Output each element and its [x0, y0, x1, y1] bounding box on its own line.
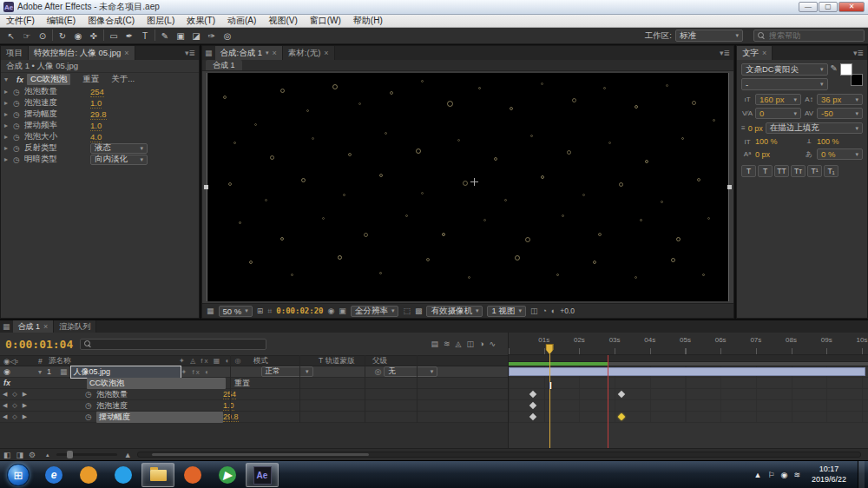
tray-icon[interactable]: ≋: [793, 471, 800, 479]
property-dropdown[interactable]: 向内淡化▾: [90, 155, 148, 165]
type-tool-icon[interactable]: T: [137, 30, 153, 43]
magnification-select[interactable]: 50 %▾: [219, 306, 253, 317]
keyframe-navigator[interactable]: ◀ ◇ ▶: [0, 413, 30, 420]
reset-effect-link[interactable]: 重置: [82, 74, 99, 85]
timeline-zoom-slider[interactable]: [56, 453, 117, 456]
layer-row[interactable]: ◉ ▾ 1 ▦ 人像05.jpg ✦ fx ◐ 正常▾ ◎ 无▾: [0, 366, 508, 378]
comp-right-handle[interactable]: [727, 185, 732, 189]
keyframe-diamond[interactable]: [529, 391, 536, 398]
stopwatch-icon[interactable]: ◷: [13, 155, 24, 164]
start-button[interactable]: ⊞: [7, 464, 30, 486]
keyframe-diamond[interactable]: [618, 413, 625, 420]
menu-item[interactable]: 窗口(W): [304, 15, 347, 27]
transparency-grid-icon[interactable]: ▩: [415, 307, 423, 315]
selection-tool-icon[interactable]: ↖: [3, 30, 19, 43]
menu-item[interactable]: 动画(A): [221, 15, 262, 27]
stopwatch-icon[interactable]: ◷: [85, 390, 96, 399]
timeline-search-input[interactable]: [95, 340, 262, 348]
text-style-button[interactable]: TT: [774, 165, 789, 177]
stroke-option-select[interactable]: 在描边上填充▾: [766, 122, 863, 134]
mask-shape-tool-icon[interactable]: ▭: [106, 30, 122, 43]
always-preview-icon[interactable]: ▦: [207, 307, 214, 315]
pan-behind-tool-icon[interactable]: ✜: [86, 30, 102, 43]
comp-marker-line[interactable]: [608, 355, 608, 448]
time-ruler[interactable]: 01s02s03s04s05s06s07s08s09s10s: [509, 333, 868, 355]
timeline-search[interactable]: [80, 339, 266, 350]
puppet-pin-tool-icon[interactable]: ◎: [220, 30, 235, 43]
motion-blur-icon[interactable]: ◑: [479, 340, 483, 348]
tab-project[interactable]: 项目: [1, 46, 29, 60]
layer-switches[interactable]: ✦ fx ◐: [181, 368, 261, 376]
expand-transfer-controls-icon[interactable]: ◨: [16, 451, 24, 459]
composition-frame[interactable]: [207, 73, 729, 301]
layer-name[interactable]: 人像05.jpg: [70, 366, 181, 379]
unified-camera-tool-icon[interactable]: ◉: [70, 30, 86, 43]
taskbar-media-player[interactable]: ▶: [211, 463, 244, 487]
property-track-lane[interactable]: [509, 412, 868, 423]
stopwatch-icon[interactable]: ◷: [13, 144, 24, 153]
tab-footage[interactable]: 素材:(无) ×: [283, 46, 335, 60]
layer-track-lane[interactable]: [509, 366, 868, 378]
fill-stroke-swatches[interactable]: [840, 63, 863, 86]
viewer-timecode[interactable]: 0:00:02:20: [276, 307, 323, 315]
twirl-icon[interactable]: ▸: [4, 122, 13, 129]
fast-preview-icon[interactable]: ◔: [542, 307, 546, 315]
about-effect-link[interactable]: 关于...: [111, 74, 135, 85]
viewer-comp-subtab[interactable]: 合成 1: [206, 60, 242, 70]
clone-stamp-tool-icon[interactable]: ▣: [173, 30, 188, 43]
keyframe-navigator[interactable]: ◀ ◇ ▶: [0, 391, 30, 398]
parent-select[interactable]: 无▾: [384, 366, 437, 377]
stroke-width-value[interactable]: 0 px: [748, 124, 763, 133]
mini-flowchart-icon[interactable]: ▤: [431, 340, 439, 348]
keyframe-diamond[interactable]: [529, 413, 536, 420]
property-track-lane[interactable]: [509, 378, 868, 389]
stopwatch-icon[interactable]: ◷: [13, 110, 24, 119]
taskbar-qq[interactable]: [107, 463, 140, 487]
tray-icon[interactable]: ⚐: [767, 471, 774, 479]
blend-mode-select[interactable]: 正常▾: [261, 366, 313, 377]
effect-group-row[interactable]: fxCC吹泡泡重置: [0, 378, 508, 389]
menu-item[interactable]: 效果(T): [181, 15, 221, 27]
menu-item[interactable]: 图层(L): [141, 15, 181, 27]
menu-item[interactable]: 视图(V): [262, 15, 303, 27]
twirl-icon[interactable]: ▸: [4, 144, 13, 152]
menu-item[interactable]: 文件(F): [0, 15, 41, 27]
tab-timeline-comp[interactable]: 合成 1 ×: [13, 320, 55, 333]
baseline-shift-value[interactable]: 0 px: [755, 150, 801, 159]
property-value[interactable]: 4.0: [90, 132, 102, 142]
timeline-horizontal-scrollbar[interactable]: [137, 452, 861, 458]
snapshot-icon[interactable]: ◉: [328, 307, 335, 315]
stopwatch-icon[interactable]: ◷: [13, 99, 24, 108]
reset-effect-link[interactable]: 重置: [234, 378, 250, 389]
property-row[interactable]: ◀ ◇ ▶◷摆动幅度29.8: [0, 412, 508, 423]
fill-color-swatch[interactable]: [840, 63, 852, 76]
camera-select[interactable]: 有效摄像机▾: [426, 306, 483, 317]
property-value[interactable]: 1.0: [90, 98, 102, 109]
zoom-out-mountain-icon[interactable]: ▴: [46, 452, 49, 458]
twirl-icon[interactable]: ▸: [4, 133, 13, 141]
effect-name[interactable]: CC吹泡泡: [87, 378, 226, 389]
stopwatch-icon[interactable]: ◷: [85, 401, 96, 410]
tray-icon[interactable]: ▲: [754, 471, 762, 479]
stopwatch-icon[interactable]: ◷: [85, 412, 96, 421]
stopwatch-icon[interactable]: ◷: [13, 122, 24, 130]
layer-duration-bar[interactable]: [509, 367, 865, 376]
eye-icon[interactable]: ◉: [0, 367, 12, 376]
property-row[interactable]: ◀ ◇ ▶◷泡泡数量254: [0, 389, 508, 400]
effect-name[interactable]: CC吹泡泡: [27, 74, 70, 85]
help-search-input[interactable]: [769, 31, 860, 40]
stopwatch-icon[interactable]: ◷: [13, 88, 24, 96]
property-label[interactable]: 泡泡数量: [96, 389, 223, 400]
panel-menu-icon[interactable]: ▾≣: [716, 46, 733, 60]
twirl-icon[interactable]: ▸: [4, 110, 13, 118]
eraser-tool-icon[interactable]: ◪: [188, 30, 204, 43]
menu-item[interactable]: 编辑(E): [41, 15, 82, 27]
twirl-icon[interactable]: ▸: [4, 155, 13, 163]
taskbar-explorer-folder[interactable]: [141, 463, 174, 487]
draft-3d-icon[interactable]: ≋: [444, 340, 450, 348]
font-family-select[interactable]: 文鼎DC黄阳尖▾: [741, 63, 828, 76]
close-button[interactable]: ✕: [838, 2, 865, 12]
comp-left-handle[interactable]: [204, 185, 208, 189]
property-row[interactable]: ◀ ◇ ▶◷泡泡速度1.0: [0, 400, 508, 412]
close-icon[interactable]: ×: [124, 49, 128, 57]
